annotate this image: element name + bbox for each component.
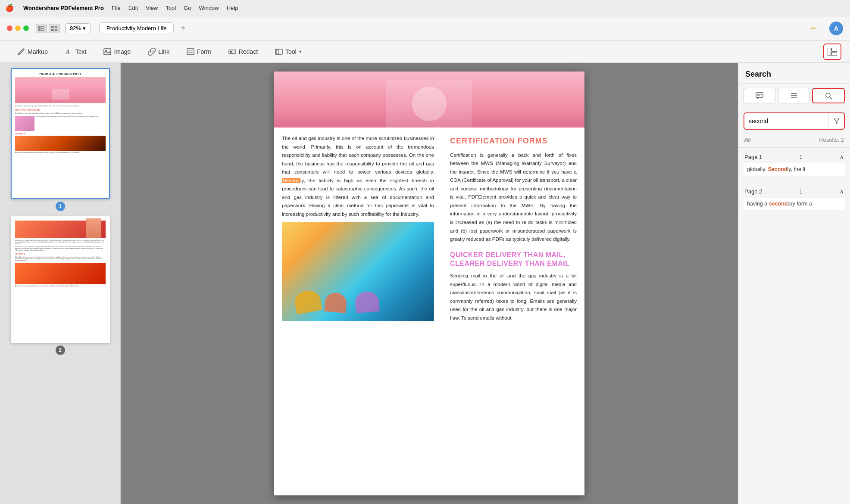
thumb1-text-bottom: Analysis of the quarter performance can … <box>15 152 106 153</box>
svg-rect-7 <box>55 29 57 31</box>
main-layout: PROMOTE PRODUCTIVITY The oil and gas ind… <box>0 63 850 504</box>
cert-title: CERTIFICATION FORMS <box>450 134 577 148</box>
list-tab-button[interactable] <box>778 88 810 103</box>
close-window-button[interactable] <box>7 25 12 31</box>
pdf-content-area[interactable]: The oil and gas industry is one of the m… <box>121 63 738 504</box>
zoom-chevron-icon: ▾ <box>83 25 86 31</box>
comment-icon <box>756 92 763 100</box>
tips-button[interactable]: tips <box>810 24 821 33</box>
search-type-tabs <box>738 84 850 108</box>
thumb2-reports-text: Oil and Gas industries must be able to d… <box>15 256 106 261</box>
link-button[interactable]: Link <box>139 44 178 59</box>
page1-thumb-container: PROMOTE PRODUCTIVITY The oil and gas ind… <box>5 68 115 211</box>
cert-text: Certification is generally a back and fo… <box>450 151 577 244</box>
results-count: Results: 2 <box>819 137 844 143</box>
svg-rect-12 <box>187 49 194 55</box>
svg-rect-21 <box>832 52 837 56</box>
svg-line-29 <box>830 97 832 99</box>
thumb1-text-right: Sending mail in the oil and gas industry… <box>36 116 106 131</box>
page1-collapse-icon: ∧ <box>840 154 844 160</box>
search-filter-button[interactable] <box>828 113 844 129</box>
page2-thumb-content: achievements, means that the person has … <box>12 217 109 342</box>
svg-text:A: A <box>66 49 70 55</box>
svg-rect-18 <box>276 50 278 53</box>
menu-file[interactable]: File <box>112 5 121 11</box>
document-tab[interactable]: Productivity Modern Life <box>99 22 174 34</box>
page2-result-item[interactable]: having a secondary form a <box>744 198 845 211</box>
thumb2-header-img <box>15 221 106 238</box>
svg-rect-22 <box>756 93 763 97</box>
comment-tab-button[interactable] <box>744 88 775 103</box>
panel-toggle-button[interactable] <box>823 44 841 60</box>
text-icon: A <box>65 48 73 56</box>
search-icon <box>825 92 832 100</box>
page1-thumbnail[interactable]: PROMOTE PRODUCTIVITY The oil and gas ind… <box>11 68 110 199</box>
menu-edit[interactable]: Edit <box>128 5 138 11</box>
page1-result-item[interactable]: globally. Secondly, the li <box>744 163 845 176</box>
menu-tool[interactable]: Tool <box>166 5 176 11</box>
pdf-header-image <box>274 72 584 128</box>
image-button[interactable]: Image <box>95 44 139 59</box>
svg-rect-19 <box>828 48 831 56</box>
page1-label: Page 1 <box>744 154 762 160</box>
pdf-page: The oil and gas industry is one of the m… <box>274 72 584 495</box>
minimize-window-button[interactable] <box>15 25 21 31</box>
search-panel: Search All Results: 2 Pa <box>738 63 850 504</box>
thumb2-bottom-img <box>15 263 106 284</box>
apple-menu[interactable]: 🍎 <box>5 4 14 12</box>
search-results-header: All Results: 2 <box>738 134 850 146</box>
svg-rect-20 <box>832 48 837 51</box>
maximize-window-button[interactable] <box>23 25 29 31</box>
user-avatar[interactable]: A <box>829 22 843 35</box>
redact-button[interactable]: Redact <box>220 44 266 59</box>
search-input-row <box>744 112 845 130</box>
layout-toggle-button[interactable] <box>49 24 60 33</box>
form-button[interactable]: Form <box>178 44 220 59</box>
search-input[interactable] <box>744 114 828 128</box>
svg-rect-3 <box>41 30 44 31</box>
menu-go[interactable]: Go <box>184 5 191 11</box>
thumb1-text2: Certification is a back and forth of fix… <box>15 112 106 115</box>
pdf-para1: The oil and gas industry is one of the m… <box>282 134 434 218</box>
thumb2-bottom-text: Analysis of the quarter performance can … <box>15 285 106 287</box>
pdf-right-column: CERTIFICATION FORMS Certification is gen… <box>442 128 584 329</box>
sidebar-toggle-button[interactable] <box>36 24 47 33</box>
page2-results-section: Page 2 1 ∧ having a secondary form a <box>738 184 850 215</box>
thumb2-reports-title: REPORTS <box>15 252 106 255</box>
search-highlight-p1: Second <box>768 166 787 172</box>
tool-button[interactable]: Tool ▾ <box>266 44 310 59</box>
zoom-control[interactable]: 92% ▾ <box>65 23 91 33</box>
page2-result-label[interactable]: Page 2 1 ∧ <box>744 187 845 196</box>
page2-label: Page 2 <box>744 188 762 195</box>
quicker-title: QUICKER DELIVERY THAN MAIL,CLEARER DELIV… <box>450 251 577 269</box>
svg-rect-10 <box>104 49 111 55</box>
avatar-initial: A <box>834 25 838 32</box>
svg-rect-5 <box>55 26 57 28</box>
thumb2-person-image <box>86 218 101 238</box>
window-controls <box>7 25 29 31</box>
text-button[interactable]: A Text <box>56 44 95 59</box>
thumb1-bottom: Sending mail in the oil and gas industry… <box>15 116 106 131</box>
menu-window[interactable]: Window <box>199 5 219 11</box>
svg-rect-4 <box>51 26 54 28</box>
thumb2-text2: information can be delivered in a quick … <box>15 246 106 251</box>
page2-thumbnail[interactable]: achievements, means that the person has … <box>11 216 110 343</box>
panel-layout-icon <box>828 48 837 56</box>
list-icon <box>790 92 798 100</box>
svg-rect-16 <box>230 51 232 53</box>
thumb1-header-image <box>15 77 106 103</box>
search-title: Search <box>738 63 850 84</box>
svg-rect-0 <box>38 26 41 31</box>
app-name: Wondershare PDFelement Pro <box>23 5 104 11</box>
add-tab-button[interactable]: + <box>177 23 188 34</box>
page1-result-label[interactable]: Page 1 1 ∧ <box>744 152 845 162</box>
menu-view[interactable]: View <box>146 5 158 11</box>
page-thumbnail-sidebar: PROMOTE PRODUCTIVITY The oil and gas ind… <box>0 63 121 504</box>
markup-button[interactable]: Markup <box>9 44 56 59</box>
search-tab-button[interactable] <box>812 88 845 103</box>
pdf-body: The oil and gas industry is one of the m… <box>274 128 584 329</box>
thumb1-cert-title: CERTIFICATION FORMS <box>15 109 106 111</box>
search-highlight-p2: second <box>769 201 788 207</box>
menu-help[interactable]: Help <box>227 5 238 11</box>
all-label: All <box>744 137 750 143</box>
